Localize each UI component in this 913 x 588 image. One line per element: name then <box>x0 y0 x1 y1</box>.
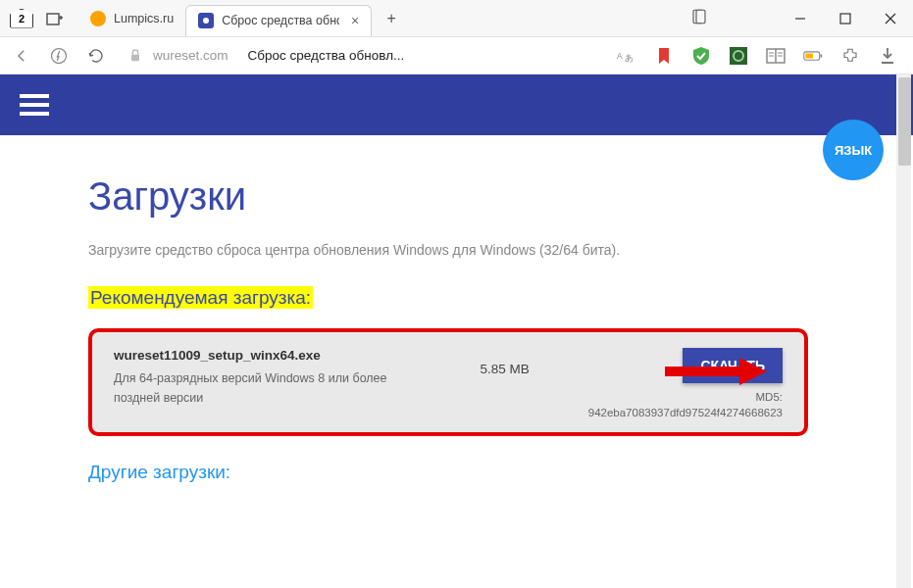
tab-strip: Lumpics.ru Сброс средства обновл × + <box>78 0 778 36</box>
tab-wureset[interactable]: Сброс средства обновл × <box>185 5 372 36</box>
window-controls <box>778 0 913 37</box>
url-domain: wureset.com <box>153 48 228 63</box>
download-button[interactable]: СКАЧАТЬ <box>683 348 783 383</box>
favicon-wureset-icon <box>198 13 214 28</box>
home-tab-badge[interactable]: 2 <box>10 9 33 28</box>
svg-rect-11 <box>730 47 747 65</box>
extension-tray: Aあ <box>617 46 897 66</box>
reload-button[interactable] <box>82 42 110 70</box>
svg-text:あ: あ <box>625 53 634 63</box>
extensions-menu-icon[interactable] <box>840 46 860 66</box>
svg-text:A: A <box>617 51 623 61</box>
svg-rect-20 <box>821 54 823 57</box>
adblock-icon[interactable] <box>729 46 748 66</box>
download-filename: wureset11009_setup_winx64.exe <box>114 348 480 363</box>
svg-rect-4 <box>840 14 850 24</box>
back-button[interactable] <box>8 42 35 70</box>
bookmark-bar-icon[interactable] <box>690 8 708 25</box>
yandex-home-icon[interactable] <box>45 42 73 70</box>
close-tab-icon[interactable]: × <box>351 13 359 28</box>
recommended-download-box: wureset11009_setup_winx64.exe Для 64-раз… <box>88 328 808 436</box>
browser-navbar: wureset.com Сброс средства обновл... Aあ <box>0 37 913 74</box>
lock-icon <box>127 48 143 64</box>
page-viewport: ЯЗЫК Загрузки Загрузите средство сброса … <box>0 74 913 588</box>
other-downloads-heading: Другие загрузки: <box>88 462 808 483</box>
site-header <box>0 74 913 135</box>
browser-titlebar: 2 Lumpics.ru Сброс средства обновл × + <box>0 0 913 37</box>
svg-rect-2 <box>696 10 705 24</box>
shield-icon[interactable] <box>691 46 711 66</box>
vertical-scrollbar-thumb[interactable] <box>898 77 911 166</box>
page-title-in-addressbar: Сброс средства обновл... <box>248 48 405 63</box>
downloads-icon[interactable] <box>878 46 897 66</box>
svg-rect-21 <box>806 53 814 58</box>
page-subtitle: Загрузите средство сброса центра обновле… <box>88 242 808 258</box>
favicon-lumpics-icon <box>90 11 106 26</box>
tab-label: Lumpics.ru <box>114 12 174 25</box>
minimize-button[interactable] <box>778 0 823 37</box>
tab-lumpics[interactable]: Lumpics.ru <box>78 3 185 34</box>
close-window-button[interactable] <box>868 0 913 37</box>
tab-label: Сброс средства обновл <box>222 14 339 27</box>
bookmark-icon[interactable] <box>654 46 674 66</box>
download-description: Для 64-разрядных версий Windows 8 или бо… <box>114 368 408 408</box>
new-tab-button[interactable]: + <box>380 7 403 30</box>
recommended-heading: Рекомендуемая загрузка: <box>88 286 313 309</box>
svg-point-7 <box>52 48 67 63</box>
page-content: Загрузки Загрузите средство сброса центр… <box>0 135 896 503</box>
maximize-button[interactable] <box>823 0 868 37</box>
new-group-icon[interactable] <box>45 9 65 28</box>
address-bar[interactable]: wureset.com <box>127 48 228 64</box>
md5-label: MD5: <box>588 391 783 403</box>
svg-rect-0 <box>47 14 59 24</box>
reader-mode-icon[interactable] <box>766 46 786 66</box>
svg-rect-8 <box>131 54 139 61</box>
battery-icon[interactable] <box>803 46 823 66</box>
language-badge[interactable]: ЯЗЫК <box>823 120 884 180</box>
translate-icon[interactable]: Aあ <box>617 46 636 66</box>
download-size: 5.85 MB <box>480 362 529 376</box>
hamburger-menu-icon[interactable] <box>20 94 49 116</box>
md5-value: 942eba7083937dfd97524f4274668623 <box>588 407 783 418</box>
page-heading: Загрузки <box>88 174 808 219</box>
